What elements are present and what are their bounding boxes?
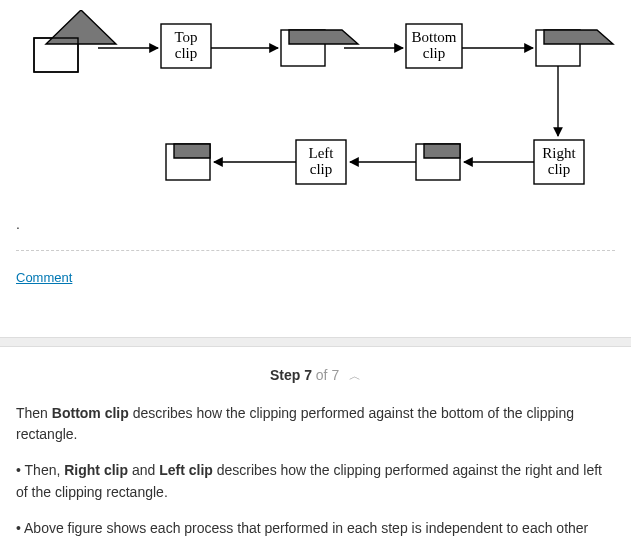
chevron-up-icon[interactable]: ︿ [349, 369, 361, 383]
paragraph-right-left-clip: • Then, Right clip and Left clip describ… [16, 460, 615, 503]
paragraph-bottom-clip: Then Bottom clip describes how the clipp… [16, 403, 615, 446]
svg-marker-1 [46, 10, 116, 44]
step-total: of 7 [312, 367, 339, 383]
label-left-clip: Leftclip [309, 145, 335, 177]
step-number: Step 7 [270, 367, 312, 383]
section-divider [0, 337, 631, 347]
step-header[interactable]: Step 7 of 7 ︿ [16, 347, 615, 403]
clipping-pipeline-diagram: Topclip Bottomclip Rightclip [16, 0, 615, 210]
comment-link[interactable]: Comment [16, 270, 72, 285]
paragraph-pipelining: • Above figure shows each process that p… [16, 518, 615, 543]
label-top-clip: Topclip [174, 29, 197, 61]
bullet-dot: . [16, 216, 615, 232]
divider-dashed [16, 250, 615, 251]
